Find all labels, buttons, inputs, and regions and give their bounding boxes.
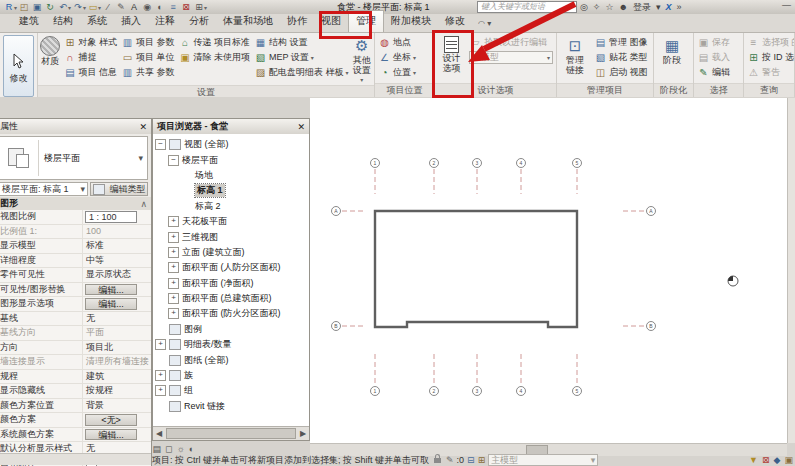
chevron-down-icon[interactable]: ▾ — [98, 4, 101, 11]
favorites-icon[interactable]: ☆ — [605, 2, 613, 12]
location-button[interactable]: ◍地点 — [376, 35, 418, 50]
materials-button[interactable]: 材质 — [39, 34, 61, 85]
scroll-right-icon[interactable]: ▶ — [297, 429, 309, 438]
property-value[interactable]: 清理所有墙连接 — [83, 355, 151, 369]
graphics-section-header[interactable]: 图形 ∧ — [0, 197, 151, 210]
property-edit-button[interactable]: <无> — [85, 414, 137, 426]
purge-unused-button[interactable]: ▣清除 未使用项 — [176, 50, 252, 65]
tree-item[interactable]: +面积平面 (净面积) — [155, 276, 309, 291]
tab-结构[interactable]: 结构 — [46, 11, 80, 32]
tab-视图[interactable]: 视图 — [314, 11, 348, 32]
search-icon[interactable]: ◎ — [580, 2, 588, 12]
tree-item[interactable]: +面积平面 (人防分区面积) — [155, 260, 309, 275]
project-parameters-button[interactable]: ▥项目 参数 — [119, 35, 177, 50]
properties-scrollbar[interactable] — [0, 453, 151, 465]
starting-view-button[interactable]: ◫启动 视图 — [592, 65, 650, 80]
property-input[interactable]: 1 : 100 — [85, 211, 137, 223]
tree-item[interactable]: +三维视图 — [155, 229, 309, 244]
scroll-thumb[interactable] — [166, 428, 296, 439]
tree-item[interactable]: +图例 — [155, 322, 309, 337]
modify-button[interactable]: 修改 — [3, 35, 34, 97]
property-value[interactable]: 按规程 — [83, 384, 151, 398]
chevron-down-icon[interactable]: ▾ — [68, 4, 71, 11]
property-edit-button[interactable]: 编辑... — [85, 298, 137, 310]
phases-button[interactable]: ▦阶段 — [655, 34, 689, 83]
expand-icon[interactable]: + — [168, 247, 179, 258]
property-value[interactable]: 标准 — [83, 239, 151, 253]
tree-item[interactable]: +组 — [155, 383, 309, 398]
property-value[interactable]: 100 — [83, 225, 151, 239]
close-icon[interactable]: ✕ — [297, 122, 305, 132]
filter-icon[interactable]: ▼ — [749, 455, 758, 465]
collapse-icon[interactable]: − — [155, 139, 166, 150]
manage-links-button[interactable]: ⊡管理链接 — [558, 34, 592, 83]
edit-selection-button[interactable]: ✎编辑 — [695, 65, 732, 80]
signin-label[interactable]: 登录 — [633, 1, 651, 14]
tree-item[interactable]: +族 — [155, 368, 309, 383]
sun-path-icon[interactable]: ☼ — [176, 444, 184, 454]
drawing-area[interactable]: 1122334455AABB — [310, 98, 787, 443]
object-styles-button[interactable]: ⊞对象 样式 — [61, 35, 119, 50]
mep-settings-button[interactable]: ▧MEP 设置▾ — [252, 50, 351, 65]
communication-center-icon[interactable]: ✧ — [593, 2, 601, 12]
tree-item[interactable]: +面积平面 (总建筑面积) — [155, 291, 309, 306]
expand-icon[interactable]: + — [168, 293, 179, 304]
tab-注释[interactable]: 注释 — [148, 11, 182, 32]
tree-item[interactable]: +标高 2 — [155, 199, 309, 214]
tab-修改[interactable]: 修改 — [438, 11, 472, 32]
tree-item[interactable]: +立面 (建筑立面) — [155, 245, 309, 260]
project-browser-scrollbar[interactable]: ◀ ▶ — [153, 426, 309, 440]
structural-settings-button[interactable]: ▦结构 设置 — [252, 35, 351, 50]
position-button[interactable]: ◔位置▾ — [376, 65, 418, 80]
tree-item[interactable]: +图纸 (全部) — [155, 352, 309, 367]
tree-item[interactable]: −视图 (全部) — [155, 137, 309, 152]
snaps-button[interactable]: ∩捕捉 — [61, 50, 119, 65]
expand-icon[interactable]: + — [168, 216, 179, 227]
close-icon[interactable]: ✕ — [139, 122, 147, 132]
tree-item[interactable]: +明细表/数量 — [155, 337, 309, 352]
chevron-down-icon[interactable]: ▾ — [138, 153, 147, 163]
property-value[interactable]: 背景 — [83, 399, 151, 413]
expand-icon[interactable]: + — [155, 370, 166, 381]
manage-images-button[interactable]: ▤管理 图像 — [592, 35, 650, 50]
shadows-icon[interactable]: ◐ — [189, 444, 194, 454]
chevron-down-icon[interactable]: ▾ — [83, 4, 86, 11]
exchange-apps-icon[interactable]: X — [666, 2, 672, 12]
expand-icon[interactable]: + — [155, 385, 166, 396]
active-design-option-select[interactable]: 主模型 ▾ — [488, 454, 598, 466]
property-edit-button[interactable]: 编辑... — [85, 429, 137, 441]
select-by-id-button[interactable]: ⊞按 ID 选择 — [745, 50, 795, 65]
collapse-icon[interactable]: − — [168, 155, 179, 166]
signin-caret[interactable]: ▾ — [656, 2, 661, 12]
tab-体量和场地[interactable]: 体量和场地 — [216, 11, 280, 32]
coordinates-button[interactable]: ∠坐标▾ — [376, 50, 418, 65]
property-edit-button[interactable]: 编辑... — [85, 284, 137, 296]
expand-icon[interactable]: + — [155, 339, 166, 350]
detail-level-icon[interactable]: ▤ — [152, 444, 161, 454]
property-value[interactable]: 无 — [83, 312, 151, 326]
sheet-icon[interactable]: ⊟ — [467, 455, 475, 465]
panel-schedule-templates-button[interactable]: ▨配电盘明细表 样板▾ — [252, 65, 351, 80]
toolbar-overflow-icon[interactable]: » — [677, 2, 682, 12]
property-value[interactable]: 项目北 — [83, 341, 151, 355]
tab-系统[interactable]: 系统 — [80, 11, 114, 32]
clipboard-icon[interactable]: ▣ — [784, 455, 793, 465]
scroll-left-icon[interactable]: ◀ — [153, 429, 165, 438]
property-value[interactable]: 建筑 — [83, 370, 151, 384]
editable-only-icon[interactable]: ✎ — [446, 455, 454, 465]
minimize-button[interactable]: — — [782, 0, 791, 10]
expand-icon[interactable]: + — [168, 232, 179, 243]
tree-item[interactable]: +面积平面 (防火分区面积) — [155, 306, 309, 321]
tab-管理[interactable]: 管理 — [348, 10, 384, 32]
worksharing-icon[interactable]: ◆ — [774, 455, 781, 465]
additional-settings-button[interactable]: ⚙其他设置▾ — [351, 34, 373, 85]
tab-建筑[interactable]: 建筑 — [12, 11, 46, 32]
chevron-down-icon[interactable]: ▾ — [14, 4, 17, 11]
tab-分析[interactable]: 分析 — [182, 11, 216, 32]
decal-types-button[interactable]: ▧贴花 类型 — [592, 50, 650, 65]
canvas-vertical-scrollbar[interactable] — [787, 98, 795, 443]
instance-combo[interactable]: 楼层平面: 标高 1 ▾ — [0, 182, 88, 196]
chevron-down-icon[interactable]: ▾ — [204, 4, 207, 11]
tab-协作[interactable]: 协作 — [280, 11, 314, 32]
design-options-button[interactable]: 设计选项 — [436, 34, 467, 83]
